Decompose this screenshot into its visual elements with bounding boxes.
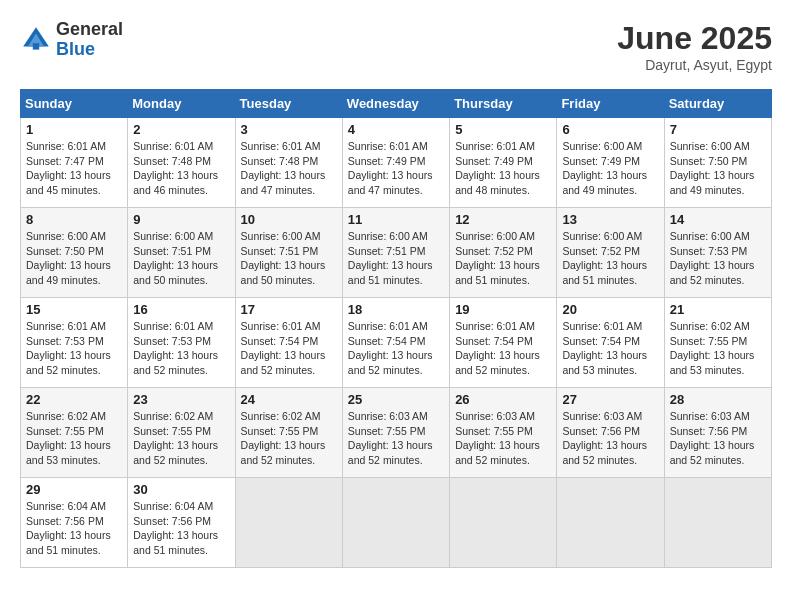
day-info: Sunrise: 6:02 AMSunset: 7:55 PMDaylight:…: [670, 319, 766, 378]
day-number: 25: [348, 392, 444, 407]
col-header-sunday: Sunday: [21, 90, 128, 118]
day-info: Sunrise: 6:01 AMSunset: 7:49 PMDaylight:…: [348, 139, 444, 198]
calendar-cell: 2Sunrise: 6:01 AMSunset: 7:48 PMDaylight…: [128, 118, 235, 208]
day-number: 26: [455, 392, 551, 407]
day-info: Sunrise: 6:00 AMSunset: 7:50 PMDaylight:…: [26, 229, 122, 288]
day-info: Sunrise: 6:01 AMSunset: 7:48 PMDaylight:…: [133, 139, 229, 198]
day-info: Sunrise: 6:03 AMSunset: 7:56 PMDaylight:…: [562, 409, 658, 468]
day-info: Sunrise: 6:00 AMSunset: 7:51 PMDaylight:…: [348, 229, 444, 288]
calendar-cell: [557, 478, 664, 568]
day-info: Sunrise: 6:00 AMSunset: 7:53 PMDaylight:…: [670, 229, 766, 288]
calendar-cell: 8Sunrise: 6:00 AMSunset: 7:50 PMDaylight…: [21, 208, 128, 298]
svg-rect-2: [33, 43, 39, 49]
week-row: 1Sunrise: 6:01 AMSunset: 7:47 PMDaylight…: [21, 118, 772, 208]
day-info: Sunrise: 6:03 AMSunset: 7:55 PMDaylight:…: [348, 409, 444, 468]
day-number: 4: [348, 122, 444, 137]
day-info: Sunrise: 6:01 AMSunset: 7:48 PMDaylight:…: [241, 139, 337, 198]
calendar-cell: [450, 478, 557, 568]
calendar-cell: 22Sunrise: 6:02 AMSunset: 7:55 PMDayligh…: [21, 388, 128, 478]
calendar-cell: 9Sunrise: 6:00 AMSunset: 7:51 PMDaylight…: [128, 208, 235, 298]
calendar-cell: 6Sunrise: 6:00 AMSunset: 7:49 PMDaylight…: [557, 118, 664, 208]
week-row: 8Sunrise: 6:00 AMSunset: 7:50 PMDaylight…: [21, 208, 772, 298]
calendar-table: SundayMondayTuesdayWednesdayThursdayFrid…: [20, 89, 772, 568]
day-info: Sunrise: 6:01 AMSunset: 7:47 PMDaylight:…: [26, 139, 122, 198]
calendar-cell: 13Sunrise: 6:00 AMSunset: 7:52 PMDayligh…: [557, 208, 664, 298]
logo-blue-text: Blue: [56, 39, 95, 59]
calendar-cell: 12Sunrise: 6:00 AMSunset: 7:52 PMDayligh…: [450, 208, 557, 298]
day-info: Sunrise: 6:02 AMSunset: 7:55 PMDaylight:…: [241, 409, 337, 468]
day-info: Sunrise: 6:02 AMSunset: 7:55 PMDaylight:…: [26, 409, 122, 468]
day-number: 22: [26, 392, 122, 407]
calendar-cell: [235, 478, 342, 568]
calendar-cell: 10Sunrise: 6:00 AMSunset: 7:51 PMDayligh…: [235, 208, 342, 298]
day-number: 24: [241, 392, 337, 407]
location: Dayrut, Asyut, Egypt: [617, 57, 772, 73]
day-number: 15: [26, 302, 122, 317]
day-number: 10: [241, 212, 337, 227]
day-number: 12: [455, 212, 551, 227]
day-number: 17: [241, 302, 337, 317]
col-header-friday: Friday: [557, 90, 664, 118]
week-row: 29Sunrise: 6:04 AMSunset: 7:56 PMDayligh…: [21, 478, 772, 568]
day-number: 9: [133, 212, 229, 227]
logo: General Blue: [20, 20, 123, 60]
day-number: 29: [26, 482, 122, 497]
calendar-cell: 18Sunrise: 6:01 AMSunset: 7:54 PMDayligh…: [342, 298, 449, 388]
calendar-cell: 5Sunrise: 6:01 AMSunset: 7:49 PMDaylight…: [450, 118, 557, 208]
logo-general-text: General: [56, 19, 123, 39]
page-header: General Blue June 2025 Dayrut, Asyut, Eg…: [20, 20, 772, 73]
day-number: 13: [562, 212, 658, 227]
day-number: 5: [455, 122, 551, 137]
day-number: 11: [348, 212, 444, 227]
day-info: Sunrise: 6:03 AMSunset: 7:55 PMDaylight:…: [455, 409, 551, 468]
day-info: Sunrise: 6:01 AMSunset: 7:53 PMDaylight:…: [133, 319, 229, 378]
day-number: 3: [241, 122, 337, 137]
title-block: June 2025 Dayrut, Asyut, Egypt: [617, 20, 772, 73]
day-info: Sunrise: 6:00 AMSunset: 7:49 PMDaylight:…: [562, 139, 658, 198]
week-row: 15Sunrise: 6:01 AMSunset: 7:53 PMDayligh…: [21, 298, 772, 388]
col-header-tuesday: Tuesday: [235, 90, 342, 118]
col-header-saturday: Saturday: [664, 90, 771, 118]
calendar-cell: 14Sunrise: 6:00 AMSunset: 7:53 PMDayligh…: [664, 208, 771, 298]
day-number: 6: [562, 122, 658, 137]
day-number: 28: [670, 392, 766, 407]
col-header-thursday: Thursday: [450, 90, 557, 118]
logo-icon: [20, 24, 52, 56]
week-row: 22Sunrise: 6:02 AMSunset: 7:55 PMDayligh…: [21, 388, 772, 478]
calendar-cell: 4Sunrise: 6:01 AMSunset: 7:49 PMDaylight…: [342, 118, 449, 208]
calendar-cell: 29Sunrise: 6:04 AMSunset: 7:56 PMDayligh…: [21, 478, 128, 568]
logo-text: General Blue: [56, 20, 123, 60]
day-info: Sunrise: 6:01 AMSunset: 7:53 PMDaylight:…: [26, 319, 122, 378]
day-number: 19: [455, 302, 551, 317]
day-info: Sunrise: 6:01 AMSunset: 7:54 PMDaylight:…: [241, 319, 337, 378]
calendar-cell: [664, 478, 771, 568]
calendar-cell: 24Sunrise: 6:02 AMSunset: 7:55 PMDayligh…: [235, 388, 342, 478]
calendar-cell: 30Sunrise: 6:04 AMSunset: 7:56 PMDayligh…: [128, 478, 235, 568]
day-number: 23: [133, 392, 229, 407]
day-info: Sunrise: 6:01 AMSunset: 7:54 PMDaylight:…: [348, 319, 444, 378]
day-info: Sunrise: 6:00 AMSunset: 7:51 PMDaylight:…: [241, 229, 337, 288]
day-number: 8: [26, 212, 122, 227]
day-info: Sunrise: 6:04 AMSunset: 7:56 PMDaylight:…: [26, 499, 122, 558]
calendar-cell: 26Sunrise: 6:03 AMSunset: 7:55 PMDayligh…: [450, 388, 557, 478]
day-number: 18: [348, 302, 444, 317]
day-number: 27: [562, 392, 658, 407]
day-info: Sunrise: 6:01 AMSunset: 7:54 PMDaylight:…: [455, 319, 551, 378]
col-header-wednesday: Wednesday: [342, 90, 449, 118]
day-info: Sunrise: 6:02 AMSunset: 7:55 PMDaylight:…: [133, 409, 229, 468]
calendar-cell: 3Sunrise: 6:01 AMSunset: 7:48 PMDaylight…: [235, 118, 342, 208]
month-title: June 2025: [617, 20, 772, 57]
calendar-cell: 17Sunrise: 6:01 AMSunset: 7:54 PMDayligh…: [235, 298, 342, 388]
calendar-cell: 11Sunrise: 6:00 AMSunset: 7:51 PMDayligh…: [342, 208, 449, 298]
day-info: Sunrise: 6:03 AMSunset: 7:56 PMDaylight:…: [670, 409, 766, 468]
calendar-cell: 21Sunrise: 6:02 AMSunset: 7:55 PMDayligh…: [664, 298, 771, 388]
day-info: Sunrise: 6:00 AMSunset: 7:50 PMDaylight:…: [670, 139, 766, 198]
calendar-header: SundayMondayTuesdayWednesdayThursdayFrid…: [21, 90, 772, 118]
day-number: 21: [670, 302, 766, 317]
day-number: 2: [133, 122, 229, 137]
calendar-cell: 7Sunrise: 6:00 AMSunset: 7:50 PMDaylight…: [664, 118, 771, 208]
day-info: Sunrise: 6:04 AMSunset: 7:56 PMDaylight:…: [133, 499, 229, 558]
calendar-cell: 27Sunrise: 6:03 AMSunset: 7:56 PMDayligh…: [557, 388, 664, 478]
calendar-cell: 16Sunrise: 6:01 AMSunset: 7:53 PMDayligh…: [128, 298, 235, 388]
day-info: Sunrise: 6:00 AMSunset: 7:52 PMDaylight:…: [562, 229, 658, 288]
